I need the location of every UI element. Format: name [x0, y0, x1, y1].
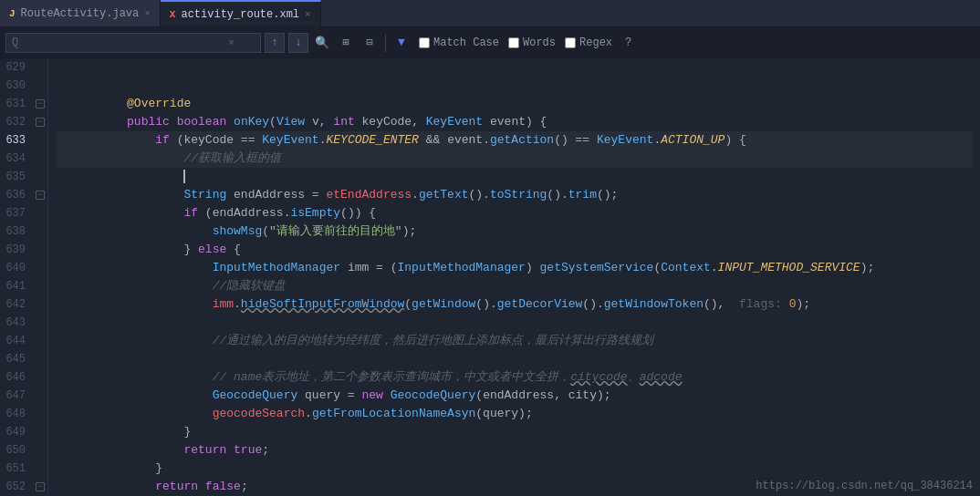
- line-num-650: 650: [0, 441, 47, 460]
- line-num-641: 641: [0, 277, 47, 295]
- search-bar: Q × ↑ ↓ 🔍 ⊞ ⊟ ▼ Match Case Words Regex ?: [0, 27, 980, 58]
- line-num-645: 645: [0, 350, 47, 368]
- regex-checkbox[interactable]: [565, 37, 576, 48]
- line-num-629: 629: [0, 58, 47, 77]
- xml-file-icon: X: [170, 9, 176, 20]
- code-line-645: // name表示地址，第二个参数表示查询城市，中文或者中文全拼，citycod…: [56, 350, 973, 368]
- line-num-642: 642: [0, 295, 47, 314]
- search-up-button[interactable]: ↑: [265, 33, 285, 53]
- search-filter-button[interactable]: ▼: [391, 33, 412, 53]
- search-input-wrap: Q ×: [5, 33, 261, 53]
- search-options: Match Case Words Regex ?: [419, 36, 631, 49]
- match-case-label: Match Case: [433, 36, 499, 49]
- code-line-635: String endAddress = etEndAddress.getText…: [56, 168, 973, 186]
- line-num-649: 649: [0, 423, 47, 441]
- tab-label-route-activity: RouteActivity.java: [21, 7, 140, 20]
- line-num-644: 644: [0, 332, 47, 350]
- line-num-631: 631 −: [0, 95, 47, 113]
- line-num-648: 648: [0, 405, 47, 423]
- line-num-635: 635: [0, 168, 47, 186]
- fold-652[interactable]: −: [36, 482, 45, 491]
- line-num-643: 643: [0, 314, 47, 332]
- code-line-643: //通过输入的目的地转为经纬度，然后进行地图上添加标点，最后计算出行路线规划: [56, 314, 973, 332]
- search-find-button[interactable]: 🔍: [312, 33, 332, 53]
- search-down-button[interactable]: ↓: [288, 33, 308, 53]
- line-num-634: 634: [0, 150, 47, 168]
- search-clear-button[interactable]: ×: [226, 36, 236, 50]
- search-toggle-button[interactable]: ⊞: [336, 33, 356, 53]
- line-num-633: 633: [0, 131, 47, 150]
- code-line-629: [56, 58, 973, 77]
- line-num-651: 651: [0, 460, 47, 478]
- search-icon: Q: [12, 36, 18, 49]
- line-num-638: 638: [0, 222, 47, 241]
- search-divider: [385, 34, 386, 52]
- regex-option[interactable]: Regex: [565, 36, 612, 49]
- fold-631[interactable]: −: [36, 99, 45, 108]
- fold-632[interactable]: −: [36, 118, 45, 127]
- search-help-button[interactable]: ?: [625, 36, 631, 49]
- fold-636[interactable]: −: [36, 191, 45, 200]
- search-input[interactable]: [22, 36, 223, 49]
- line-num-636: 636 −: [0, 186, 47, 204]
- words-label: Words: [523, 36, 556, 49]
- code-line-649: return true;: [56, 423, 973, 441]
- match-case-checkbox[interactable]: [419, 37, 430, 48]
- line-numbers: 629 630 631 − 632 − 633 634: [0, 58, 48, 496]
- match-case-option[interactable]: Match Case: [419, 36, 499, 49]
- tab-label-activity-route: activity_route.xml: [181, 8, 299, 21]
- tab-route-activity[interactable]: J RouteActivity.java ×: [0, 0, 161, 26]
- regex-label: Regex: [579, 36, 612, 49]
- tab-activity-route[interactable]: X activity_route.xml ×: [161, 0, 321, 26]
- words-checkbox[interactable]: [508, 37, 519, 48]
- code-content[interactable]: @Override public boolean onKey(View v, i…: [48, 58, 980, 496]
- code-area: 629 630 631 − 632 − 633 634: [0, 58, 980, 496]
- tab-bar: J RouteActivity.java × X activity_route.…: [0, 0, 980, 27]
- line-num-630: 630: [0, 77, 47, 95]
- line-num-640: 640: [0, 259, 47, 277]
- line-num-652: 652 −: [0, 478, 47, 496]
- code-line-651: return false;: [56, 460, 973, 478]
- line-num-639: 639: [0, 241, 47, 259]
- words-option[interactable]: Words: [508, 36, 556, 49]
- code-line-631: public boolean onKey(View v, int keyCode…: [56, 95, 973, 113]
- tab-close-route-activity[interactable]: ×: [144, 8, 151, 19]
- java-file-icon: J: [9, 8, 16, 19]
- search-replace-button[interactable]: ⊟: [360, 33, 380, 53]
- line-num-647: 647: [0, 387, 47, 405]
- line-num-646: 646: [0, 368, 47, 387]
- code-line-630: @Override: [56, 77, 973, 95]
- line-num-632: 632 −: [0, 113, 47, 131]
- line-num-637: 637: [0, 204, 47, 222]
- tab-close-activity-route[interactable]: ×: [305, 9, 311, 20]
